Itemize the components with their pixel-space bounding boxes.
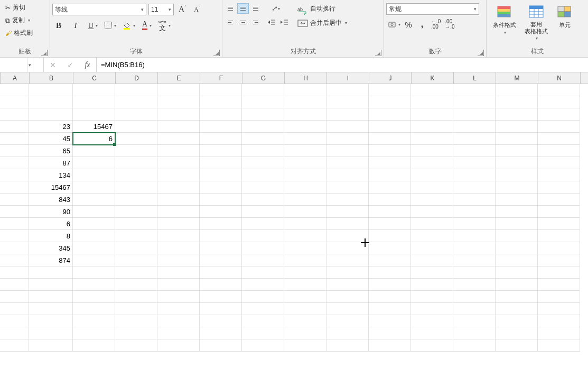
cell[interactable] — [29, 315, 73, 327]
cell[interactable] — [0, 133, 29, 145]
cell[interactable] — [157, 254, 200, 266]
cell[interactable] — [0, 181, 29, 194]
align-right-button[interactable] — [250, 17, 262, 27]
cell[interactable] — [0, 206, 29, 218]
column-header[interactable]: N — [538, 72, 581, 84]
cell[interactable] — [157, 266, 200, 279]
cell[interactable] — [200, 218, 242, 230]
column-header[interactable]: K — [412, 72, 454, 84]
cell[interactable] — [157, 84, 200, 96]
format-painter-button[interactable]: 🖌 格式刷 — [3, 27, 35, 39]
cell[interactable] — [326, 315, 369, 327]
cell[interactable] — [326, 133, 369, 145]
cell[interactable] — [157, 181, 200, 194]
cell[interactable] — [369, 279, 411, 291]
cell[interactable] — [284, 230, 326, 242]
cell[interactable] — [453, 84, 496, 96]
cell[interactable] — [538, 303, 580, 315]
column-header[interactable]: F — [200, 72, 242, 84]
cell[interactable] — [0, 121, 29, 133]
cell[interactable] — [115, 121, 157, 133]
cell[interactable] — [538, 218, 580, 230]
align-bottom-button[interactable] — [250, 3, 262, 14]
cell[interactable] — [326, 145, 369, 157]
dialog-launcher-icon[interactable] — [213, 50, 220, 56]
cell[interactable] — [73, 96, 115, 108]
cell[interactable] — [538, 327, 580, 339]
cell[interactable] — [242, 145, 284, 157]
cell[interactable] — [284, 339, 326, 352]
cell[interactable] — [200, 242, 242, 254]
cell[interactable] — [29, 108, 73, 121]
dialog-launcher-icon[interactable] — [41, 50, 48, 56]
cell[interactable] — [242, 339, 284, 352]
cell[interactable] — [115, 108, 157, 121]
cell[interactable] — [453, 194, 496, 206]
cell-styles-button[interactable]: 单元 — [552, 1, 577, 31]
cell[interactable] — [326, 230, 369, 242]
name-box[interactable]: ▾ — [0, 58, 33, 72]
column-header[interactable]: H — [285, 72, 327, 84]
cell[interactable] — [200, 254, 242, 266]
align-center-button[interactable] — [237, 17, 249, 27]
cell[interactable] — [157, 303, 200, 315]
cell[interactable] — [284, 145, 326, 157]
cell[interactable] — [326, 84, 369, 96]
cell[interactable] — [157, 169, 200, 181]
cell[interactable] — [242, 327, 284, 339]
cell[interactable] — [369, 84, 411, 96]
cell[interactable] — [200, 327, 242, 339]
cell[interactable] — [326, 327, 369, 339]
cell[interactable] — [0, 218, 29, 230]
cell[interactable] — [73, 315, 115, 327]
cell[interactable] — [242, 303, 284, 315]
bold-button[interactable]: B — [52, 19, 65, 32]
comma-button[interactable]: , — [416, 18, 428, 31]
cell[interactable] — [157, 230, 200, 242]
cell[interactable] — [326, 181, 369, 194]
cell[interactable] — [326, 108, 369, 121]
cell[interactable] — [200, 121, 242, 133]
dialog-launcher-icon[interactable] — [478, 50, 484, 56]
cell[interactable] — [115, 266, 157, 279]
cell[interactable] — [242, 206, 284, 218]
cell[interactable] — [369, 315, 411, 327]
cell[interactable] — [326, 291, 369, 303]
cell[interactable] — [157, 145, 200, 157]
cell[interactable] — [411, 194, 453, 206]
cell[interactable] — [284, 242, 326, 254]
cell[interactable]: 6 — [29, 218, 73, 230]
cell[interactable] — [29, 303, 73, 315]
cell[interactable] — [369, 121, 411, 133]
cell[interactable] — [242, 181, 284, 194]
column-header[interactable]: C — [73, 72, 116, 84]
cell[interactable] — [115, 315, 157, 327]
cell[interactable] — [242, 266, 284, 279]
cell[interactable] — [115, 133, 157, 145]
cell[interactable]: 8 — [29, 230, 73, 242]
cell[interactable] — [115, 291, 157, 303]
cell[interactable] — [326, 96, 369, 108]
cell[interactable] — [73, 291, 115, 303]
cell[interactable] — [200, 157, 242, 169]
cell[interactable] — [0, 254, 29, 266]
cell[interactable] — [496, 96, 538, 108]
cell[interactable] — [369, 133, 411, 145]
cell[interactable] — [0, 194, 29, 206]
cell[interactable] — [0, 108, 29, 121]
cell[interactable] — [496, 303, 538, 315]
cell[interactable] — [0, 157, 29, 169]
cell[interactable] — [157, 206, 200, 218]
cell[interactable] — [73, 169, 115, 181]
cell[interactable] — [453, 206, 496, 218]
cell[interactable] — [0, 145, 29, 157]
cell[interactable] — [157, 279, 200, 291]
cell[interactable] — [284, 121, 326, 133]
cell[interactable] — [496, 194, 538, 206]
cell[interactable] — [284, 291, 326, 303]
cell[interactable] — [496, 339, 538, 352]
cell[interactable] — [200, 194, 242, 206]
cell[interactable] — [453, 279, 496, 291]
cell[interactable] — [369, 291, 411, 303]
cell[interactable] — [29, 96, 73, 108]
